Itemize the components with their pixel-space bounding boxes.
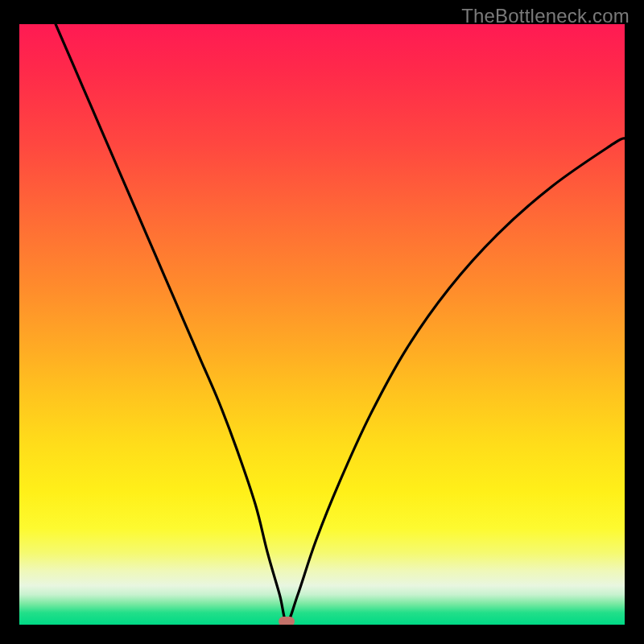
minimum-marker xyxy=(279,617,295,625)
watermark-text: TheBottleneck.com xyxy=(461,5,630,27)
bottleneck-curve xyxy=(19,24,625,625)
chart-plot-area xyxy=(19,24,625,625)
